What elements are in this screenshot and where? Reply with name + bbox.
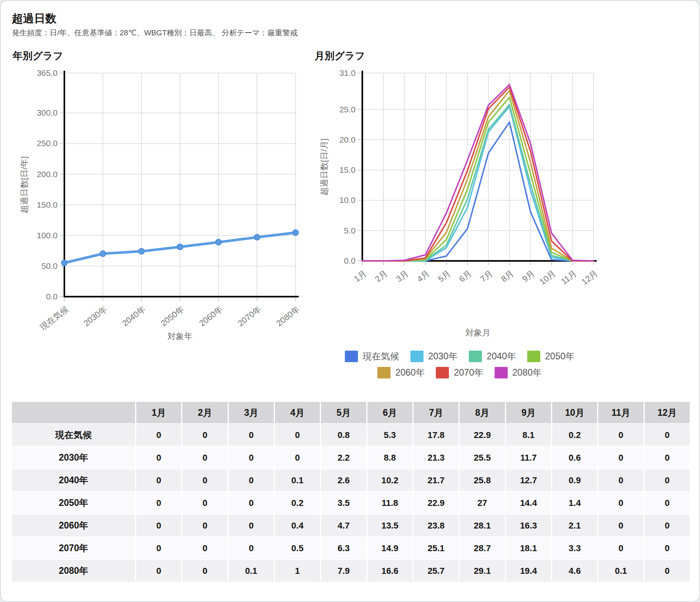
- table-cell: 0: [229, 515, 274, 536]
- yearly-chart: 365.0300.0250.0200.0150.0100.050.00.0現在気…: [9, 60, 305, 346]
- table-cell: 25.5: [460, 447, 505, 469]
- table-cell: 0.1: [598, 560, 643, 582]
- legend-item-現在気候[interactable]: 現在気候: [345, 350, 399, 363]
- monthly-chart-legend: 現在気候2030年2040年2050年2060年2070年2080年: [309, 350, 611, 379]
- table-cell: 0: [229, 469, 274, 491]
- y-tick-label: 25.0: [339, 105, 356, 114]
- column-header-11月: 11月: [598, 402, 643, 423]
- table-cell: 8.8: [367, 447, 412, 469]
- table-cell: 3.3: [552, 537, 597, 559]
- table-cell: 3.5: [321, 492, 366, 514]
- row-label: 2050年: [12, 492, 135, 514]
- row-label: 2060年: [12, 515, 135, 536]
- x-tick-label: 7月: [478, 268, 494, 284]
- table-cell: 0: [598, 447, 643, 469]
- table-cell: 0: [645, 492, 690, 514]
- legend-swatch: [436, 367, 449, 378]
- table-cell: 0: [275, 424, 320, 446]
- column-header-9月: 9月: [506, 402, 551, 423]
- legend-label: 2030年: [428, 350, 458, 363]
- x-tick-label: 2070年: [236, 304, 263, 328]
- table-cell: 0: [598, 492, 643, 514]
- table-cell: 8.1: [506, 424, 551, 446]
- table-cell: 17.8: [414, 424, 458, 446]
- table-cell: 0: [182, 515, 227, 536]
- x-tick-label: 現在気候: [38, 304, 70, 332]
- row-label: 現在気候: [12, 424, 135, 446]
- table-cell: 0: [136, 469, 181, 491]
- table-cell: 0.5: [275, 537, 320, 559]
- table-cell: 22.9: [460, 424, 505, 446]
- y-tick-label: 300.0: [37, 108, 58, 117]
- table-cell: 0: [598, 424, 643, 446]
- table-cell: 21.3: [414, 447, 458, 469]
- table-row-2040年: 2040年0000.12.610.221.725.812.70.900: [12, 469, 690, 491]
- table-cell: 14.9: [367, 537, 412, 559]
- column-header-10月: 10月: [552, 402, 597, 423]
- y-tick-label: 5.0: [344, 226, 356, 235]
- y-tick-label: 200.0: [37, 170, 58, 179]
- table-cell: 16.3: [506, 515, 551, 536]
- y-tick-label: 20.0: [339, 135, 356, 144]
- table-row-2080年: 2080年000.117.916.625.729.119.44.60.10: [12, 560, 690, 582]
- x-tick-label: 2060年: [197, 304, 224, 328]
- x-axis-title: 対象月: [466, 328, 491, 337]
- table-row-2050年: 2050年0000.23.511.822.92714.41.400: [12, 492, 690, 514]
- legend-item-2050年[interactable]: 2050年: [527, 350, 574, 363]
- column-header-12月: 12月: [645, 402, 690, 423]
- table-cell: 25.8: [460, 469, 505, 491]
- column-header-3月: 3月: [229, 402, 274, 423]
- x-tick-label: 4月: [415, 268, 431, 284]
- table-cell: 25.7: [414, 560, 458, 582]
- series-line-2060年: [362, 91, 594, 261]
- legend-item-2080年[interactable]: 2080年: [495, 367, 542, 379]
- table-cell: 0: [645, 469, 690, 491]
- table-cell: 7.9: [321, 560, 366, 582]
- table-cell: 29.1: [460, 560, 505, 582]
- legend-item-2070年[interactable]: 2070年: [436, 367, 483, 379]
- series-line-2030年: [362, 106, 594, 261]
- table-cell: 0: [182, 469, 227, 491]
- table-cell: 0.9: [552, 469, 597, 491]
- table-cell: 0: [136, 537, 181, 559]
- table-cell: 13.5: [367, 515, 412, 536]
- table-cell: 0: [136, 447, 181, 469]
- x-tick-label: 2030年: [82, 304, 109, 328]
- table-cell: 0.6: [552, 447, 597, 469]
- row-label: 2070年: [12, 537, 135, 559]
- table-cell: 0.2: [552, 424, 597, 446]
- table-cell: 0.8: [321, 424, 366, 446]
- table-cell: 0: [136, 515, 181, 536]
- table-cell: 0.1: [229, 560, 274, 582]
- y-axis-title: 超過日数[日/月]: [319, 139, 329, 196]
- table-cell: 28.7: [460, 537, 505, 559]
- x-tick-label: 9月: [520, 268, 536, 284]
- table-cell: 23.8: [414, 515, 458, 536]
- legend-row: 2060年2070年2080年: [377, 367, 542, 379]
- column-header-2月: 2月: [182, 402, 227, 423]
- page-title: 超過日数: [12, 11, 56, 26]
- legend-swatch: [527, 351, 540, 362]
- y-tick-label: 0.0: [46, 292, 58, 301]
- series-line-2080年: [362, 85, 594, 261]
- legend-item-2060年[interactable]: 2060年: [377, 367, 425, 379]
- x-tick-label: 10月: [538, 268, 557, 286]
- x-tick-label: 8月: [499, 268, 515, 284]
- table-cell: 22.9: [414, 492, 458, 514]
- table-cell: 2.2: [321, 447, 366, 469]
- table-cell: 0: [182, 560, 227, 582]
- legend-item-2030年[interactable]: 2030年: [410, 350, 458, 363]
- table-cell: 0: [182, 447, 227, 469]
- x-tick-label: 2月: [373, 268, 389, 284]
- table-cell: 11.8: [367, 492, 412, 514]
- x-axis-title: 対象年: [168, 332, 193, 341]
- table-cell: 0: [229, 424, 274, 446]
- table-cell: 0: [136, 492, 181, 514]
- data-point: [216, 239, 221, 245]
- legend-item-2040年[interactable]: 2040年: [469, 350, 516, 363]
- table-cell: 14.4: [506, 492, 551, 514]
- table-cell: 0: [645, 515, 690, 536]
- table-cell: 11.7: [506, 447, 551, 469]
- y-tick-label: 15.0: [339, 165, 356, 174]
- table-cell: 0.4: [275, 515, 320, 536]
